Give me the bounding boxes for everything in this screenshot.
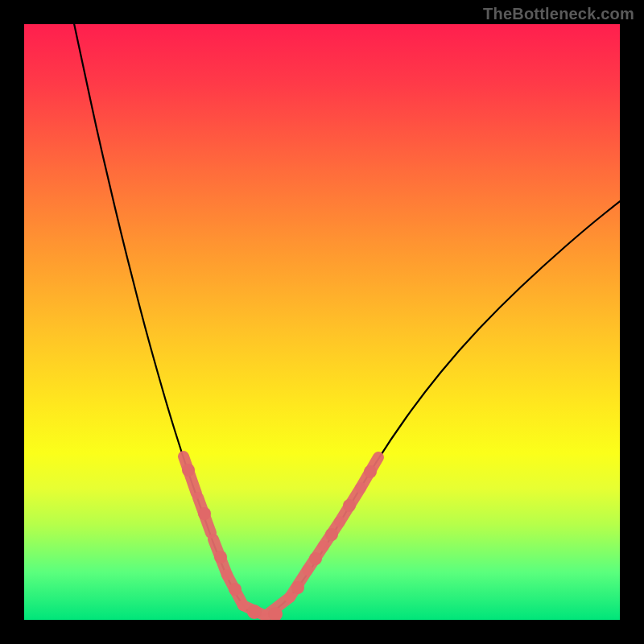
curve-right bbox=[254, 201, 620, 617]
highlight-dot bbox=[343, 499, 356, 512]
highlight-dot bbox=[325, 528, 338, 541]
watermark-text: TheBottleneck.com bbox=[483, 5, 634, 23]
highlight-dot bbox=[364, 465, 377, 478]
curve-left bbox=[72, 24, 254, 617]
highlight-dot bbox=[198, 507, 211, 520]
plot-area bbox=[24, 24, 620, 620]
highlight-dot bbox=[182, 464, 195, 477]
highlight-dot bbox=[291, 581, 304, 594]
highlight-dot bbox=[247, 605, 262, 619]
highlight-dot bbox=[214, 551, 227, 564]
chart-svg bbox=[24, 24, 620, 620]
highlight-dot bbox=[229, 583, 242, 596]
highlight-dot bbox=[309, 552, 322, 565]
highlight-overlay bbox=[182, 456, 378, 620]
chart-frame: TheBottleneck.com bbox=[0, 0, 644, 644]
